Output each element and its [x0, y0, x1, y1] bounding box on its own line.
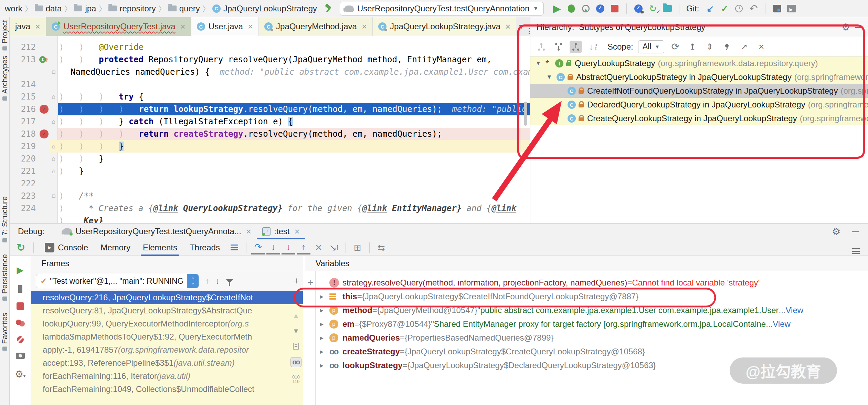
drop-frame-icon[interactable]: ✕ [312, 241, 326, 255]
class-hierarchy-icon[interactable] [535, 41, 548, 53]
thread-spinner[interactable]: ⌃⌄ [187, 274, 199, 288]
profiler-attach-button[interactable] [632, 2, 645, 15]
gear-icon[interactable]: ⚙ [832, 226, 840, 237]
code-line[interactable]: 217⌂⟩⟩⟩} catch (IllegalStateException e)… [10, 115, 530, 128]
refresh-icon[interactable]: ⟳ [669, 41, 681, 53]
close-icon[interactable]: × [246, 226, 251, 237]
variable-row[interactable]: ▶pmethod = {JpaQueryMethod@10547} "publi… [320, 303, 868, 317]
mute-breakpoints-icon[interactable] [17, 336, 24, 343]
debug-tab-Console[interactable]: ▶Console [39, 239, 94, 256]
tool-window-button-Favorites[interactable]: Favorites [0, 313, 10, 351]
watches-icon[interactable]: oo [290, 357, 301, 367]
frame-row[interactable]: lambda$mapMethodsToQuery$1:92, QueryExec… [31, 330, 303, 343]
hierarchy-row[interactable]: CCreateIfNotFoundQueryLookupStrategy in … [530, 84, 868, 98]
code-line[interactable]: 223⊟⟩/** [10, 190, 530, 202]
fold-marker[interactable]: ⌂ [50, 115, 58, 128]
evaluate-expression-icon[interactable]: ⊞ [351, 241, 364, 255]
frame-row[interactable]: resolveQuery:81, JpaQueryLookupStrategy$… [31, 304, 303, 317]
close-icon[interactable]: × [755, 41, 768, 53]
code-line[interactable]: 222 [10, 177, 530, 190]
fold-marker[interactable]: ⊟ [50, 66, 58, 78]
run-with-coverage-button[interactable] [580, 2, 592, 15]
expand-arrow-icon[interactable]: ▶ [320, 335, 329, 341]
code-line[interactable]: 218✓⟩⟩⟩⟩return createStrategy.resolveQue… [10, 128, 530, 140]
commit-button[interactable]: ✓ [718, 2, 731, 15]
hierarchy-row[interactable]: ▼*IQueryLookupStrategy (org.springframew… [530, 56, 868, 70]
code-line[interactable]: 216✓⟩⟩⟩⟩return lookupStrategy.resolveQue… [10, 103, 530, 115]
debug-tab-Threads[interactable]: Threads [183, 239, 226, 256]
subtypes-hierarchy-icon[interactable] [570, 41, 582, 53]
fold-marker[interactable]: ⌂ [50, 153, 58, 165]
preview-button[interactable] [785, 2, 798, 15]
binary-view-icon[interactable]: 010110 [292, 375, 300, 384]
copy-stack-icon[interactable] [293, 343, 299, 350]
close-icon[interactable]: × [294, 226, 299, 237]
step-over-icon[interactable]: ↷ [251, 241, 265, 255]
editor-tab-JpaQueryMethod.java[interactable]: CJpaQueryMethod.java× [259, 17, 373, 36]
tool-window-button-Persistence[interactable]: Persistence [0, 254, 10, 301]
restore-layout-icon[interactable]: ⇆ [374, 241, 388, 255]
hierarchy-row[interactable]: CDeclaredQueryLookupStrategy in JpaQuery… [530, 98, 868, 112]
supertypes-hierarchy-icon[interactable] [552, 41, 565, 53]
code-line[interactable]: 215⌂⟩⟩⟩try { [10, 91, 530, 103]
close-icon[interactable]: × [180, 21, 186, 32]
add-icon[interactable]: + [293, 275, 299, 287]
breadcrumb-item-data[interactable]: data [35, 4, 62, 13]
filter-icon[interactable] [226, 279, 233, 283]
debug-session-tab-:test[interactable]: :test× [257, 224, 305, 239]
fold-marker[interactable]: ⊟ [50, 190, 58, 202]
layout-settings-icon[interactable] [852, 245, 860, 251]
run-configuration-select[interactable]: UserRepositoryQueryTest.testQueryAnnotat… [340, 2, 544, 15]
variable-row[interactable]: ▶pem = {$Proxy87@10544} "Shared EntityMa… [320, 317, 868, 331]
code-line[interactable]: 220⌂⟩⟩} [10, 153, 530, 165]
update-project-button[interactable]: ↙ [704, 2, 716, 15]
step-out-icon[interactable]: ↑ [297, 241, 310, 255]
debug-tab-Memory[interactable]: Memory [94, 239, 137, 256]
pause-icon[interactable] [18, 285, 22, 293]
history-button[interactable] [733, 2, 745, 15]
add-watch-gutter[interactable]: + [305, 271, 316, 405]
settings-gear-icon[interactable]: ⚙▾ [15, 368, 26, 380]
fold-marker[interactable]: ⌂ [50, 140, 58, 153]
expand-arrow-icon[interactable]: ▶ [320, 308, 329, 313]
minimize-icon[interactable]: ─ [855, 22, 862, 33]
sort-alphabetically-icon[interactable]: ↓az [587, 41, 599, 53]
breadcrumb-item-work[interactable]: work [5, 4, 22, 13]
close-icon[interactable]: × [505, 21, 510, 32]
expand-chevron-icon[interactable]: ▼ [534, 60, 543, 67]
force-step-into-icon[interactable]: ↓ [282, 241, 295, 255]
stop-icon[interactable] [17, 302, 24, 310]
editor-scrollbar[interactable] [524, 102, 527, 126]
step-into-icon[interactable]: ↓ [266, 241, 280, 255]
frame-row[interactable]: apply:-1, 619417857 (org.springframework… [31, 343, 303, 356]
variable-row[interactable]: ▶this = {JpaQueryLookupStrategy$CreateIf… [320, 290, 868, 303]
code-line[interactable]: 221⌂⟩} [10, 165, 530, 177]
expand-arrow-icon[interactable]: ▶ [320, 363, 329, 368]
code-line[interactable]: 214 [10, 78, 530, 91]
debug-session-tab-UserRepositoryQueryTest.testQueryAnnota...[interactable]: UserRepositoryQueryTest.testQueryAnnota.… [57, 224, 257, 239]
terminal-button[interactable] [771, 2, 783, 15]
stop-button[interactable] [608, 2, 621, 15]
view-link[interactable]: View [773, 319, 791, 329]
previous-frame-icon[interactable]: ↑ [205, 276, 209, 286]
close-icon[interactable]: × [35, 21, 40, 32]
frame-row[interactable]: forEachRemaining:116, Iterator (java.uti… [31, 370, 303, 383]
pin-icon[interactable] [721, 41, 733, 53]
breakpoint-icon[interactable]: ✓ [40, 129, 49, 138]
breadcrumb-item-JpaQueryLookupStrategy[interactable]: CJpaQueryLookupStrategy [212, 4, 317, 13]
services-button[interactable] [661, 2, 674, 15]
scroll-down-icon[interactable]: ▼ [293, 327, 299, 335]
code-line[interactable]: ⟩Key} [10, 215, 530, 223]
close-icon[interactable]: × [362, 21, 367, 32]
scroll-up-icon[interactable]: ▲ [293, 312, 299, 320]
expand-arrow-icon[interactable]: ▶ [320, 349, 329, 354]
view-link[interactable]: View [786, 305, 804, 315]
expand-collapse-icon[interactable]: ⇕ [703, 41, 716, 53]
reload-changes-button[interactable]: ↻ [647, 2, 659, 15]
editor-tab-UserRepositoryQueryTest.java[interactable]: CUserRepositoryQueryTest.java× [46, 17, 191, 36]
code-line[interactable]: 213I↑⟩⟩protected RepositoryQuery resolve… [10, 53, 530, 66]
settings-menu-icon[interactable] [227, 241, 241, 255]
code-line[interactable]: ⊟NamedQueries namedQueries) { method: "p… [10, 66, 530, 78]
view-breakpoints-icon[interactable] [16, 320, 25, 326]
breadcrumb-item-repository[interactable]: repository [108, 4, 156, 13]
